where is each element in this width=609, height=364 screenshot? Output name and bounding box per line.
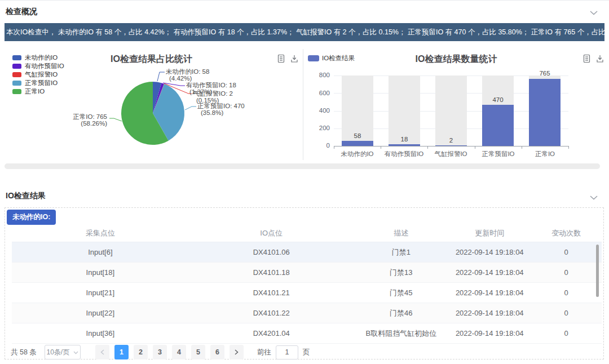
- y-axis-tick: 600: [313, 90, 330, 96]
- charts-horizontal-scrollbar[interactable]: [5, 163, 600, 169]
- page-button[interactable]: 3: [153, 345, 167, 359]
- prev-page-button[interactable]: [95, 345, 109, 359]
- results-collapse-button[interactable]: [590, 192, 598, 202]
- table-header-row: 采集点位 IO点位 描述 更新时间 变动次数: [12, 224, 602, 242]
- table-vertical-scrollbar[interactable]: [596, 245, 599, 297]
- cell-change-count: 0: [531, 268, 602, 277]
- y-axis-tick: 0: [313, 142, 330, 149]
- page-button[interactable]: 2: [134, 345, 148, 359]
- cell-io-point: DX4101.22: [189, 309, 354, 317]
- bar-plot-area: 58 18 2 470 765: [334, 76, 568, 146]
- cell-description: 门禁1: [354, 247, 448, 258]
- x-axis-tick: [427, 146, 428, 149]
- cell-update-time: 2022-09-14 19:18:04: [448, 309, 531, 317]
- data-view-icon[interactable]: [583, 54, 592, 64]
- cell-description: 门禁46: [354, 308, 448, 318]
- x-axis-tick: [568, 146, 569, 149]
- summary-banner: 本次IO检查中， 未动作的IO 有 58 个，占比 4.42%； 有动作预留IO…: [5, 23, 604, 41]
- panel-divider: [303, 49, 303, 160]
- page-button[interactable]: 1: [114, 345, 129, 359]
- cell-update-time: 2022-09-14 19:18:04: [448, 248, 531, 256]
- bar-legend[interactable]: IO检查结果: [308, 54, 355, 63]
- bar[interactable]: [529, 79, 561, 147]
- pie-leader-line: [185, 106, 196, 110]
- bar-value-label: 2: [435, 137, 467, 144]
- pie-chart: 未动作的IO: 58 (4.42%) 有动作预留IO: 18 (1.37%) 气…: [0, 46, 303, 161]
- cell-description: 门禁45: [354, 288, 448, 298]
- bar-background-band: [435, 76, 467, 146]
- bar-value-label: 765: [529, 70, 561, 77]
- bar[interactable]: [342, 141, 373, 146]
- page-button[interactable]: 6: [210, 345, 224, 359]
- result-filter-badge[interactable]: 未动作的IO:: [7, 210, 56, 225]
- x-axis-label: 有动作预留IO: [381, 150, 427, 158]
- legend-label: IO检查结果: [322, 54, 355, 63]
- cell-collect-point: Input[36]: [12, 329, 189, 338]
- x-axis-tick: [381, 146, 381, 149]
- table-row[interactable]: Input[22] DX4101.22 门禁46 2022-09-14 19:1…: [12, 303, 602, 323]
- cell-io-point: DX4201.04: [189, 329, 354, 338]
- goto-page-label: 前往: [257, 348, 271, 357]
- results-container: 未动作的IO: 采集点位 IO点位 描述 更新时间 变动次数 Input[6] …: [5, 207, 604, 359]
- cell-collect-point: Input[22]: [12, 309, 189, 317]
- column-header: IO点位: [189, 228, 354, 238]
- cell-update-time: 2022-09-14 19:18:04: [448, 329, 531, 338]
- goto-page-input[interactable]: [276, 345, 298, 359]
- download-icon[interactable]: [596, 54, 605, 64]
- table-row[interactable]: Input[36] DX4201.04 B取料阻挡气缸初始位 2022-09-1…: [12, 323, 602, 344]
- pie-leader-line: [157, 72, 165, 81]
- x-axis-label: 正常IO: [522, 150, 568, 158]
- pagination: 共 58 条 10条/页 1 2 3 4 5 6 前往 页: [8, 345, 310, 359]
- table-row[interactable]: Input[18] DX4101.18 门禁13 2022-09-14 19:1…: [12, 263, 602, 283]
- cell-collect-point: Input[6]: [12, 248, 189, 256]
- page-button[interactable]: 4: [172, 345, 186, 359]
- y-axis-tick: 200: [313, 125, 330, 131]
- bar-toolbox: [583, 54, 605, 64]
- total-count-label: 共 58 条: [11, 348, 37, 357]
- bar-value-label: 18: [389, 136, 420, 143]
- column-header: 描述: [354, 228, 448, 238]
- y-axis-tick: 400: [313, 107, 330, 114]
- cell-io-point: DX4101.18: [189, 268, 354, 277]
- pie-leader-line: [109, 118, 122, 121]
- pie-slice-label: 气缸报警IO: 2: [193, 90, 233, 97]
- cell-change-count: 0: [531, 288, 602, 297]
- cell-collect-point: Input[21]: [12, 288, 189, 297]
- overview-collapse-button[interactable]: [590, 7, 598, 17]
- x-axis-label: 气缸报警IO: [427, 150, 474, 158]
- pie-slice-pct: (58.26%): [81, 120, 107, 127]
- page-size-select[interactable]: 10条/页: [45, 345, 81, 359]
- x-axis-tick: [522, 146, 522, 149]
- cell-update-time: 2022-09-14 19:18:04: [448, 288, 531, 297]
- column-header: 变动次数: [531, 228, 602, 238]
- results-table: 采集点位 IO点位 描述 更新时间 变动次数 Input[6] DX4101.0…: [12, 224, 602, 344]
- x-axis-label: 未动作的IO: [334, 150, 381, 158]
- table-row[interactable]: Input[6] DX4101.06 门禁1 2022-09-14 19:18:…: [12, 242, 602, 263]
- cell-description: B取料阻挡气缸初始位: [354, 329, 448, 339]
- cell-update-time: 2022-09-14 19:18:04: [448, 268, 531, 277]
- pie-slice-label: 正常IO: 765: [73, 113, 107, 120]
- cell-change-count: 0: [531, 309, 602, 317]
- pie-slice-pct: (4.42%): [169, 75, 192, 82]
- cell-description: 门禁13: [354, 268, 448, 278]
- pie-slice-label: 有动作预留IO: 18: [186, 82, 236, 88]
- x-axis-tick: [475, 146, 475, 149]
- column-header: 采集点位: [12, 228, 189, 238]
- page-button[interactable]: 5: [191, 345, 205, 359]
- cell-collect-point: Input[18]: [12, 268, 189, 277]
- chevron-down-icon: [590, 192, 598, 202]
- x-axis-label: 正常预留IO: [475, 150, 522, 158]
- page-size-value: 10条/页: [47, 348, 70, 357]
- bar[interactable]: [482, 105, 514, 146]
- goto-page-suffix: 页: [303, 348, 310, 357]
- y-axis-tick: 800: [313, 72, 330, 78]
- next-page-button[interactable]: [230, 345, 244, 359]
- pie-slice-label: 未动作的IO: 58: [166, 68, 209, 75]
- cell-change-count: 0: [531, 248, 602, 256]
- table-row[interactable]: Input[21] DX4101.21 门禁45 2022-09-14 19:1…: [12, 283, 602, 303]
- pie-slice-label: 正常预留IO: 470: [197, 103, 245, 109]
- x-axis-tick: [334, 146, 334, 149]
- x-axis-line: [334, 146, 569, 147]
- cell-change-count: 0: [531, 329, 602, 338]
- column-header: 更新时间: [448, 228, 531, 238]
